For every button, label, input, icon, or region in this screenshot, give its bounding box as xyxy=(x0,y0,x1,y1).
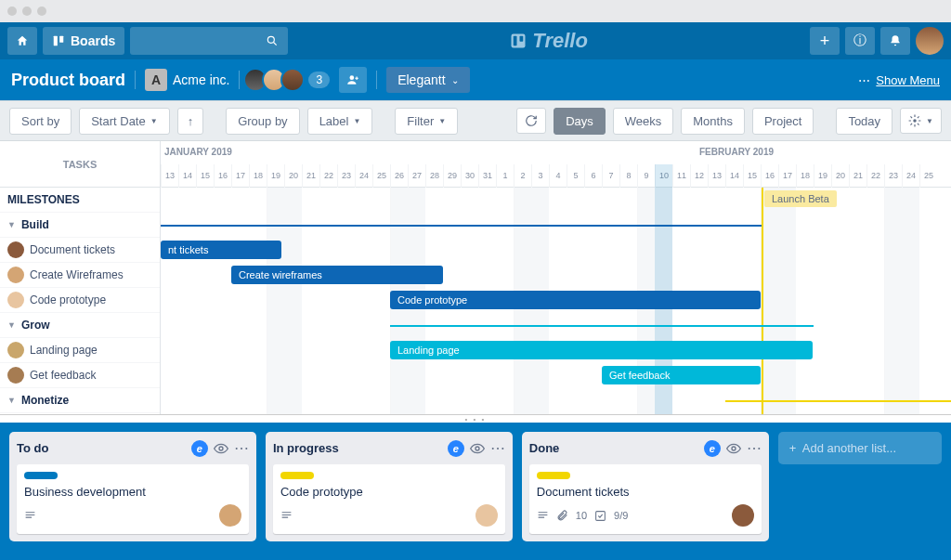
member-avatar[interactable] xyxy=(280,68,305,92)
board-title[interactable]: Product board xyxy=(11,71,125,90)
elegantt-badge-icon[interactable]: e xyxy=(704,440,721,457)
task-row[interactable]: Document tickets xyxy=(0,238,160,263)
search-input[interactable] xyxy=(130,27,288,55)
topbar: Boards Trello + ⓘ xyxy=(0,22,951,59)
brand-logo[interactable]: Trello xyxy=(510,29,588,53)
board-header: Product board A Acme inc. 3 Elegantt ⌄ ⋯… xyxy=(0,59,951,100)
svg-point-8 xyxy=(219,447,223,450)
list-menu-icon[interactable]: ⋯ xyxy=(490,439,505,457)
home-button[interactable] xyxy=(7,27,37,55)
svg-rect-1 xyxy=(59,36,63,43)
elegantt-badge-icon[interactable]: e xyxy=(448,440,464,457)
section-build[interactable]: ▼Build xyxy=(0,213,160,238)
list-menu-icon[interactable]: ⋯ xyxy=(747,439,762,457)
section-line-grow xyxy=(390,325,814,327)
eye-icon[interactable] xyxy=(726,441,741,456)
day-cell: 15 xyxy=(743,164,761,188)
sort-by-button[interactable]: Sort by xyxy=(9,108,72,135)
gantt-timeline[interactable]: JANUARY 2019 FEBRUARY 2019 1314151617181… xyxy=(161,141,951,414)
day-cell: 7 xyxy=(602,164,619,188)
card[interactable]: Business development xyxy=(17,464,249,534)
month-label: FEBRUARY 2019 xyxy=(699,147,774,157)
card-label xyxy=(24,472,58,479)
list-title[interactable]: To do xyxy=(17,441,186,455)
eye-icon[interactable] xyxy=(214,441,228,456)
day-cell: 19 xyxy=(814,164,831,188)
gantt-chart: TASKS MILESTONES ▼Build Document tickets… xyxy=(0,141,951,415)
gantt-bar-code-prototype[interactable]: Code prototype xyxy=(390,291,761,309)
day-cell: 14 xyxy=(178,164,196,188)
list-done: Done e ⋯ Document tickets 10 9/9 xyxy=(522,432,769,541)
milestone-chip[interactable]: Launch Beta xyxy=(764,190,837,207)
section-grow[interactable]: ▼Grow xyxy=(0,313,160,338)
bell-icon xyxy=(889,34,902,47)
day-cell: 14 xyxy=(725,164,743,188)
day-cell: 8 xyxy=(619,164,637,188)
view-weeks-button[interactable]: Weeks xyxy=(613,108,674,135)
separator xyxy=(135,71,136,89)
show-menu-button[interactable]: ⋯ Show Menu xyxy=(858,73,940,87)
checklist-count: 9/9 xyxy=(614,510,628,521)
notifications-button[interactable] xyxy=(880,27,910,55)
day-cell: 18 xyxy=(796,164,814,188)
elegantt-button[interactable]: Elegantt ⌄ xyxy=(386,67,469,93)
day-cell: 24 xyxy=(355,164,372,188)
group-by-button[interactable]: Group by xyxy=(226,108,299,135)
card-title: Document tickets xyxy=(537,485,754,499)
gantt-bar-landing-page[interactable]: Landing page xyxy=(390,341,813,359)
refresh-button[interactable] xyxy=(516,108,546,134)
invite-button[interactable] xyxy=(339,67,367,93)
workspace-name: Acme inc. xyxy=(173,72,229,87)
user-avatar[interactable] xyxy=(916,27,944,55)
timeline-header: JANUARY 2019 FEBRUARY 2019 1314151617181… xyxy=(161,141,951,188)
splitter-handle[interactable]: • • • xyxy=(0,415,951,423)
workspace-badge[interactable]: A Acme inc. xyxy=(145,69,229,91)
eye-icon[interactable] xyxy=(470,441,485,456)
add-list-button[interactable]: + Add another list... xyxy=(778,432,942,464)
card-title: Code prototype xyxy=(280,485,498,499)
timeline-body: Launch Beta nt tickets Create wireframes… xyxy=(161,188,951,414)
task-row[interactable]: Code prototype xyxy=(0,288,160,313)
view-months-button[interactable]: Months xyxy=(681,108,745,135)
card[interactable]: Code prototype xyxy=(273,464,505,534)
task-row[interactable]: Create Wireframes xyxy=(0,263,160,288)
create-button[interactable]: + xyxy=(810,27,840,55)
today-button[interactable]: Today xyxy=(836,108,892,135)
boards-button[interactable]: Boards xyxy=(43,27,124,55)
view-project-button[interactable]: Project xyxy=(752,108,814,135)
card[interactable]: Document tickets 10 9/9 xyxy=(529,464,762,534)
elegantt-badge-icon[interactable]: e xyxy=(191,440,208,457)
svg-point-10 xyxy=(732,447,736,450)
section-monetize[interactable]: ▼Monetize xyxy=(0,388,160,413)
member-count[interactable]: 3 xyxy=(308,72,330,88)
checklist-icon xyxy=(594,510,606,522)
separator xyxy=(376,71,377,89)
list-title[interactable]: In progress xyxy=(273,441,442,455)
list-title[interactable]: Done xyxy=(529,441,698,455)
sort-direction-button[interactable]: ↑ xyxy=(177,108,204,135)
filter-button[interactable]: Filter ▼ xyxy=(395,108,458,135)
gantt-bar-document-tickets[interactable]: nt tickets xyxy=(161,241,281,259)
description-icon xyxy=(537,510,549,522)
task-row[interactable]: Get feedback xyxy=(0,363,160,388)
view-days-button[interactable]: Days xyxy=(554,108,606,135)
label-button[interactable]: Label ▼ xyxy=(307,108,373,135)
list-menu-icon[interactable]: ⋯ xyxy=(234,439,249,457)
day-cell: 5 xyxy=(567,164,584,188)
chevron-down-icon: ⌄ xyxy=(451,75,459,85)
gantt-bar-get-feedback[interactable]: Get feedback xyxy=(602,366,761,384)
day-cell: 3 xyxy=(531,164,549,188)
day-cell: 28 xyxy=(425,164,443,188)
milestone-line xyxy=(762,188,763,414)
member-stack[interactable]: 3 xyxy=(249,68,330,92)
day-cell: 15 xyxy=(196,164,214,188)
refresh-icon xyxy=(525,114,538,127)
start-date-button[interactable]: Start Date ▼ xyxy=(79,108,169,135)
gantt-bar-create-wireframes[interactable]: Create wireframes xyxy=(231,266,443,284)
card-member-avatar xyxy=(476,504,498,527)
settings-button[interactable]: ▼ xyxy=(900,108,942,134)
info-button[interactable]: ⓘ xyxy=(845,27,875,55)
task-row[interactable]: Landing page xyxy=(0,338,160,363)
day-cell: 13 xyxy=(708,164,725,188)
card-title: Business development xyxy=(24,485,241,499)
